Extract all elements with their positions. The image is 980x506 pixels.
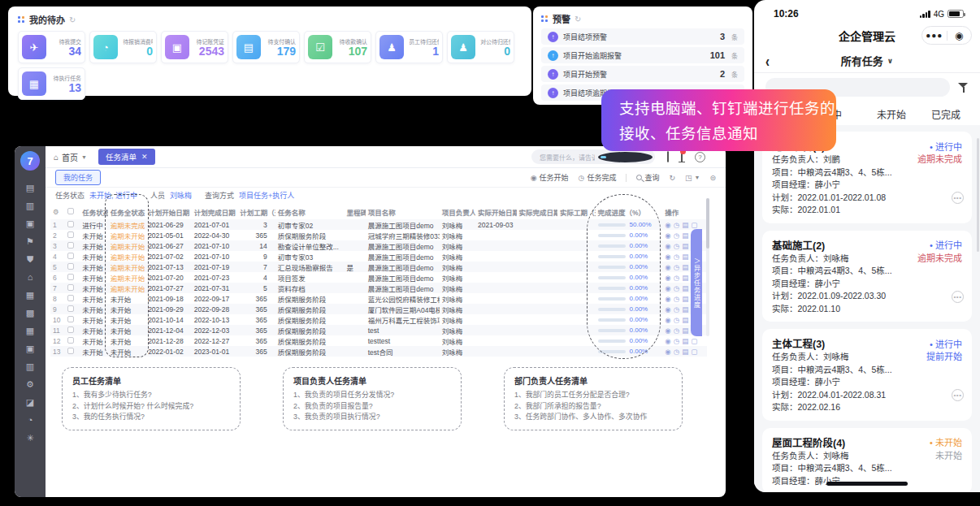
op-start-icon[interactable]: ◉ [665,263,673,271]
op-start-icon[interactable]: ◉ [665,316,673,324]
op-finish-icon[interactable]: ◷ [674,327,682,335]
op-start-icon[interactable]: ◉ [665,305,673,314]
help-icon[interactable]: ? [695,152,705,162]
op-report-icon[interactable]: ▤ [682,274,691,282]
select-all-checkbox[interactable] [67,208,74,214]
op-finish-icon[interactable]: ◷ [674,316,682,324]
op-finish-icon[interactable]: ◷ [674,348,682,356]
card-more-icon[interactable]: ••• [952,389,964,401]
refresh-icon[interactable]: ↻ [69,15,76,24]
task-start-button[interactable]: ◉任务开始 [531,172,569,183]
todo-card[interactable]: ▣ 待记账凭证 2543 [161,31,228,63]
sidebar-calendar-icon[interactable]: ▩ [26,304,34,322]
app-logo[interactable]: 7 [20,151,40,171]
op-report-icon[interactable]: ▤ [682,295,691,303]
task-filter-dropdown[interactable]: 所有任务∨ [841,53,893,68]
sidebar-box-icon[interactable]: ▣ [26,214,34,232]
row-checkbox[interactable] [67,263,74,270]
sidebar-apps-icon[interactable]: ▦ [26,322,34,339]
close-circle-icon[interactable]: ◉ [947,30,972,41]
table-row[interactable]: 11 未开始 未开始 2021-12-042022-12-03 365 质保期服… [50,325,707,335]
filter-mode-value[interactable]: 项目任务+执行人 [239,190,294,201]
op-finish-icon[interactable]: ◷ [674,295,682,303]
row-checkbox[interactable] [67,284,74,291]
table-row[interactable]: 5 未开始 逾期未开始 2021-07-132021-07-19 7 汇总现场勘… [50,262,707,272]
table-row[interactable]: 4 未开始 逾期未开始 2021-07-022021-07-10 9 初审专家0… [50,251,707,262]
op-report-icon[interactable]: ▤ [682,242,691,250]
op-report-icon[interactable]: ▤ [682,221,691,229]
row-checkbox[interactable] [67,327,74,333]
row-checkbox[interactable] [67,295,74,301]
op-detail-icon[interactable]: ▢ [691,348,700,356]
op-finish-icon[interactable]: ◷ [674,253,682,261]
op-start-icon[interactable]: ◉ [665,231,673,240]
sidebar-clock-icon[interactable]: ◔ [28,411,33,429]
sidebar-home-icon[interactable]: ⌂ [28,268,33,286]
op-start-icon[interactable]: ◉ [665,348,673,356]
back-arrow-icon[interactable]: ‹ [765,51,770,69]
card-more-icon[interactable]: ••• [952,291,964,303]
sidebar-flag-icon[interactable]: ⚑ [26,232,34,250]
sidebar-misc-icon[interactable]: ✳ [26,429,33,447]
alert-row[interactable]: ↑ 项目结项预警 3 条 [541,28,744,45]
refresh-icon[interactable]: ↻ [575,15,581,24]
op-report-icon[interactable]: ▤ [682,316,691,324]
op-start-icon[interactable]: ◉ [665,274,673,282]
my-tasks-button[interactable]: 我的任务 [55,170,101,185]
mobile-icon[interactable] [667,152,669,162]
sidebar-building-icon[interactable]: ▥ [26,357,34,375]
table-row[interactable]: 10 未开始 未开始 2021-10-142022-10-13 365 质保期服… [50,314,707,325]
table-row[interactable]: 12 未开始 未开始 2021-12-282022-12-27 365 质保期服… [50,335,707,346]
assistant-search-input[interactable]: 您需要什么，请告诉小企 [531,149,655,164]
tab-task-list[interactable]: 任务清单✕ [98,149,155,165]
row-checkbox[interactable] [67,348,74,354]
notification-bell-icon[interactable] [681,152,683,162]
filter-funnel-icon[interactable] [958,82,969,93]
table-row[interactable]: 3 未开始 逾期未开始 2021-06-272021-07-10 14 勘查设计… [50,240,707,251]
sidebar-chart-icon[interactable]: ◪ [26,393,34,411]
task-card[interactable]: 主体工程(3) • 进行中 任务负责人：刘咏梅提前开始 项目：中粮鸿云4期3、4… [762,329,972,421]
card-more-icon[interactable]: ••• [952,192,964,204]
op-start-icon[interactable]: ◉ [665,337,673,345]
op-report-icon[interactable]: ▤ [682,348,691,356]
todo-card[interactable]: ☑ 待收款确认 107 [304,31,371,63]
table-row[interactable]: 9 未开始 未开始 2021-09-292022-09-28 365 质保期服务… [50,304,707,314]
tab-home[interactable]: ⌂首页▼ [54,151,87,163]
row-checkbox[interactable] [67,242,74,249]
alert-row[interactable]: ↑ 项目开始逾期报警 101 条 [541,47,744,63]
sidebar-settings-icon[interactable]: ⚙ [26,375,34,393]
row-checkbox[interactable] [67,231,74,238]
sidebar-files-icon[interactable]: ▤ [26,179,34,197]
async-task-progress-tab[interactable]: ＞异步任务进度 [691,229,702,336]
op-finish-icon[interactable]: ◷ [674,231,682,240]
op-detail-icon[interactable]: ▢ [691,337,700,345]
table-scrollbar[interactable] [706,198,709,336]
op-finish-icon[interactable]: ◷ [674,221,682,229]
row-checkbox[interactable] [67,221,74,227]
op-report-icon[interactable]: ▤ [682,284,691,292]
tab-completed[interactable]: 已完成 [931,107,960,121]
more-menu-icon[interactable]: ●●● [922,32,947,40]
sidebar-report-icon[interactable]: ▥ [26,197,34,214]
row-checkbox[interactable] [67,337,74,344]
op-finish-icon[interactable]: ◷ [674,242,682,250]
op-report-icon[interactable]: ▤ [682,305,691,314]
todo-card[interactable]: ♟ 员工待归还借款 1 [375,31,443,63]
op-report-icon[interactable]: ▤ [682,253,691,261]
row-checkbox[interactable] [67,253,74,259]
op-detail-icon[interactable]: ▢ [691,221,700,229]
op-finish-icon[interactable]: ◷ [674,263,682,271]
op-report-icon[interactable]: ▤ [682,263,691,271]
op-start-icon[interactable]: ◉ [665,242,673,250]
refresh-button[interactable]: ↻ [669,174,675,182]
export-button[interactable]: ◳▼ [685,174,700,182]
op-report-icon[interactable]: ▤ [682,327,691,335]
todo-card[interactable]: ♟ 对公待归还借款 0 [447,31,514,63]
task-card[interactable]: 基础施工(2) • 进行中 任务负责人：刘咏梅逾期未完成 项目：中粮鸿云4期3、… [762,231,972,322]
op-finish-icon[interactable]: ◷ [674,337,682,345]
query-button[interactable]: 查询 [636,172,659,183]
op-start-icon[interactable]: ◉ [665,284,673,292]
tab-not-started[interactable]: 未开始 [877,107,906,121]
phone-scrollbar[interactable] [977,138,979,252]
sidebar-contact-icon[interactable]: ▣ [26,339,34,357]
